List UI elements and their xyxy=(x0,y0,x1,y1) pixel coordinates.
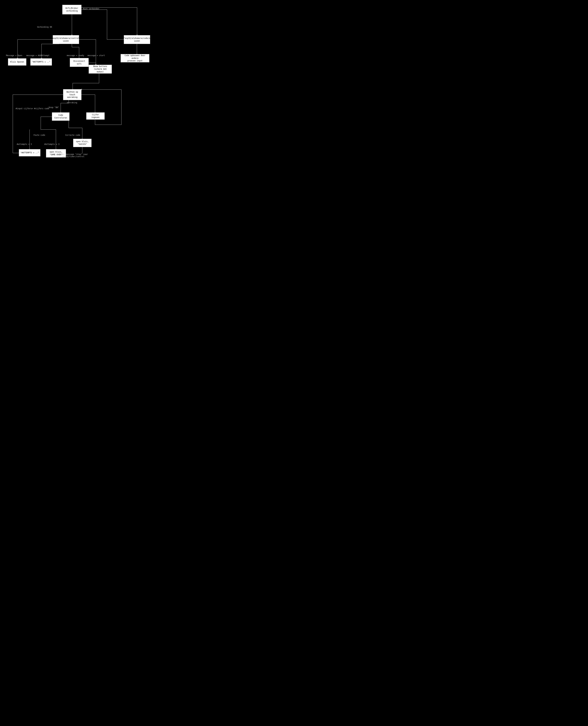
label-attempts-eq3: #attempts = 3 xyxy=(44,143,59,145)
box-esp32-code: "esp32/alohomora/code/xLezen xyxy=(124,35,150,44)
box-wachten-touch: Wachten optouchaanraking xyxy=(63,89,82,100)
box-code-opbouwen: Code opbouwen door andereproeven input xyxy=(121,54,149,62)
label-niet-verbonden: Niet verbonden xyxy=(83,8,99,10)
box-bouw-buttons: Bouw buttons(scherm GUI maken) xyxy=(89,65,112,74)
box-open-kluis-succes: open kluis,"SUCCES" xyxy=(73,139,91,147)
label-input-cijfers: #input cijfers< #cijfers code xyxy=(16,107,49,110)
box-attempts-set2: "#ATTEMPTS = .." xyxy=(19,149,40,156)
label-stuur-message: Stuur message "stop" naaresp32/timer/con… xyxy=(56,153,91,158)
label-knop-ok: Knop "OK" xyxy=(49,106,59,108)
label-aanraking: aanraking xyxy=(67,102,77,104)
box-code-controleren: CodeControleren xyxy=(52,113,69,121)
label-message-addattempt: message = AddAttempt xyxy=(26,54,49,57)
box-cijfer-ingeven: Cijfer ingeven xyxy=(86,113,105,120)
label-message-open: Message = Open xyxy=(6,54,22,57)
label-correcte-code: Correcte code xyxy=(65,134,80,136)
label-message-start: message = start xyxy=(87,54,105,57)
label-message-ready: message = ready xyxy=(67,54,84,57)
box-kluis-openen: Kluis Openen xyxy=(8,58,26,65)
box-wifi-broker: Wifi/Broker verbinding xyxy=(62,5,82,14)
label-attempts-lt3: #attempts < 3 xyxy=(17,143,32,145)
box-attempts-set: "#ATTEMPTS = .." xyxy=(30,58,52,65)
box-esp32-control: esp32/alohomora/controlLezen xyxy=(53,35,79,44)
box-disconnect-wifi: Disconnect wifi xyxy=(70,58,89,67)
label-foute-code: Foute code xyxy=(34,134,45,136)
flowchart-diagram: Wifi/Broker verbinding esp32/alohomora/c… xyxy=(0,0,156,192)
label-verbinding-ok: Verbinding OK xyxy=(37,26,52,28)
